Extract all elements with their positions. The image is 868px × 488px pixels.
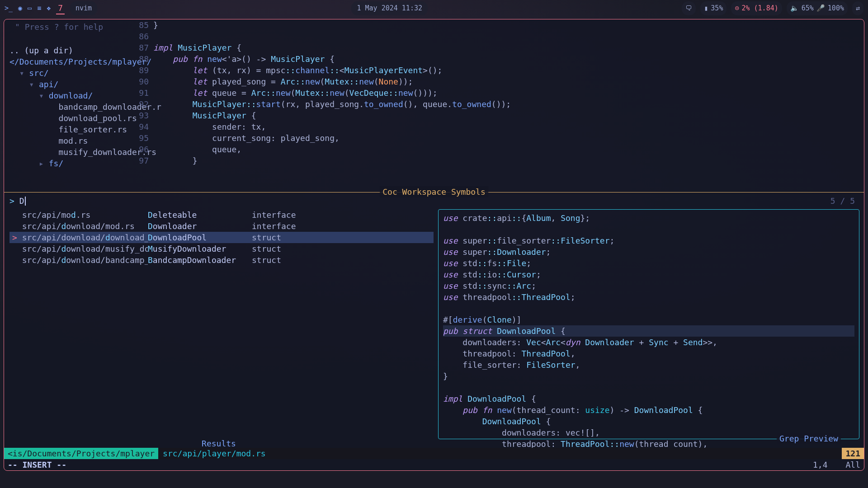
tree-dir-api[interactable]: api/: [39, 80, 58, 89]
discord-workspace-icon[interactable]: ▭: [28, 3, 32, 14]
tree-file[interactable]: download_pool.rs: [9, 113, 130, 124]
code-editor[interactable]: 85}8687impl MusicPlayer {88 pub fn new<'…: [135, 19, 864, 164]
terminal-icon[interactable]: >_: [5, 3, 13, 14]
code-line[interactable]: 85}: [135, 19, 864, 31]
picker-prompt: >: [9, 195, 14, 206]
settings-icon[interactable]: ⇄: [852, 1, 863, 15]
code-line[interactable]: 89 let (tx, rx) = mpsc::channel::<MusicP…: [135, 65, 864, 76]
preview-line: use super::file_sorter::FileSorter;: [443, 235, 854, 246]
status-column: 121: [842, 448, 864, 459]
tree-dir-src[interactable]: src/: [29, 68, 48, 78]
status-file: src/api/player/mod.rs: [158, 448, 270, 459]
scroll-position: All: [845, 459, 860, 470]
code-line[interactable]: 88 pub fn new<'a>() -> MusicPlayer {: [135, 53, 864, 65]
picker-row[interactable]: > src/api/download/download_poo…Download…: [9, 232, 434, 243]
preview-line: file_sorter: FileSorter,: [443, 359, 854, 371]
tree-file[interactable]: musify_downloader.rs: [9, 146, 130, 158]
picker-row[interactable]: src/api/download/musify_downl…MusifyDown…: [9, 243, 434, 254]
preview-line: DownloadPool {: [443, 416, 854, 427]
preview-line: impl DownloadPool {: [443, 393, 854, 404]
picker-results[interactable]: src/api/mod.rsDeleteableinterface src/ap…: [4, 209, 434, 444]
battery-indicator: ▮ 35%: [700, 1, 726, 15]
tree-dir-download[interactable]: download/: [49, 91, 93, 100]
help-hint: " Press ? for help: [9, 20, 130, 33]
preview-line: #[derive(Clone)]: [443, 314, 854, 325]
preview-line: use threadpool::ThreadPool;: [443, 291, 854, 303]
symbol-picker: Coc Workspace Symbols > D 5 / 5 src/api/…: [4, 192, 864, 445]
datetime: 1 May 2024 11:32: [351, 1, 428, 15]
tree-up-dir[interactable]: .. (up a dir): [9, 45, 130, 56]
mode-indicator: -- INSERT --: [8, 459, 66, 470]
cursor-position: 1,4: [813, 459, 828, 470]
code-line[interactable]: 96 queue,: [135, 144, 864, 155]
cpu-indicator: ⊙ 2% (1.84): [731, 1, 782, 15]
app-name-pill: nvim: [70, 1, 97, 15]
picker-row[interactable]: src/api/download/bandcamp_dow…BandcampDo…: [9, 254, 434, 266]
preview-line: }: [443, 371, 854, 382]
status-cwd: <is/Documents/Projects/mplayer: [4, 448, 158, 459]
tree-file[interactable]: bandcamp_downloader.r: [9, 101, 130, 113]
tree-dir-fs[interactable]: fs/: [49, 159, 64, 168]
status-line: <is/Documents/Projects/mplayer src/api/p…: [4, 448, 864, 459]
firefox-icon[interactable]: ◉: [18, 3, 22, 14]
preview-line: use std::fs::File;: [443, 258, 854, 269]
system-topbar: >_ ◉ ▭ ≡ ❖ 7 nvim 1 May 2024 11:32 🗨 ▮ 3…: [0, 0, 868, 16]
windows-icon[interactable]: ❖: [47, 3, 51, 14]
workspace-number[interactable]: 7: [56, 2, 65, 14]
preview-line: [443, 382, 854, 393]
code-line[interactable]: 93 MusicPlayer {: [135, 110, 864, 121]
preview-line: threadpool: ThreadPool,: [443, 348, 854, 359]
code-line[interactable]: 86: [135, 31, 864, 42]
preview-line: downloaders: Vec<Arc<dyn Downloader + Sy…: [443, 337, 854, 348]
preview-line: use crate::api::{Album, Song};: [443, 212, 854, 224]
code-line[interactable]: 92 MusicPlayer::start(rx, played_song.to…: [135, 99, 864, 110]
mode-line: -- INSERT -- 1,4 All: [4, 459, 864, 470]
preview-line: pub fn new(thread_count: usize) -> Downl…: [443, 404, 854, 416]
code-line[interactable]: 91 let queue = Arc::new(Mutex::new(VecDe…: [135, 87, 864, 99]
preview-line: [443, 224, 854, 235]
tree-root[interactable]: </Documents/Projects/mplayer/: [9, 56, 130, 67]
code-line[interactable]: 94 sender: tx,: [135, 121, 864, 132]
preview-line: use std::sync::Arc;: [443, 280, 854, 291]
preview-line: pub struct DownloadPool {: [443, 325, 854, 337]
preview-line: use super::Downloader;: [443, 246, 854, 258]
volume-indicator: 🔈65% 🎤100%: [787, 1, 848, 15]
files-icon[interactable]: ≡: [37, 3, 41, 14]
code-line[interactable]: 95 current_song: played_song,: [135, 132, 864, 144]
nvim-window: " Press ? for help .. (up a dir) </Docum…: [4, 19, 864, 471]
picker-row[interactable]: src/api/download/mod.rsDownloaderinterfa…: [9, 221, 434, 232]
code-line[interactable]: 97 }: [135, 155, 864, 166]
preview-title: Grep Preview: [777, 433, 841, 444]
code-line[interactable]: 90 let played_song = Arc::new(Mutex::new…: [135, 76, 864, 87]
tree-file[interactable]: mod.rs: [9, 135, 130, 146]
discord-icon[interactable]: 🗨: [682, 1, 696, 15]
picker-query-input[interactable]: D: [19, 195, 26, 206]
code-line[interactable]: 87impl MusicPlayer {: [135, 42, 864, 53]
preview-line: [443, 303, 854, 314]
picker-title: Coc Workspace Symbols: [380, 186, 488, 197]
file-tree[interactable]: " Press ? for help .. (up a dir) </Docum…: [4, 19, 135, 164]
picker-row[interactable]: src/api/mod.rsDeleteableinterface: [9, 209, 434, 221]
grep-preview: use crate::api::{Album, Song}; use super…: [438, 209, 859, 439]
preview-line: use std::io::Cursor;: [443, 269, 854, 280]
tree-file[interactable]: file_sorter.rs: [9, 124, 130, 135]
picker-count: 5 / 5: [830, 195, 859, 206]
